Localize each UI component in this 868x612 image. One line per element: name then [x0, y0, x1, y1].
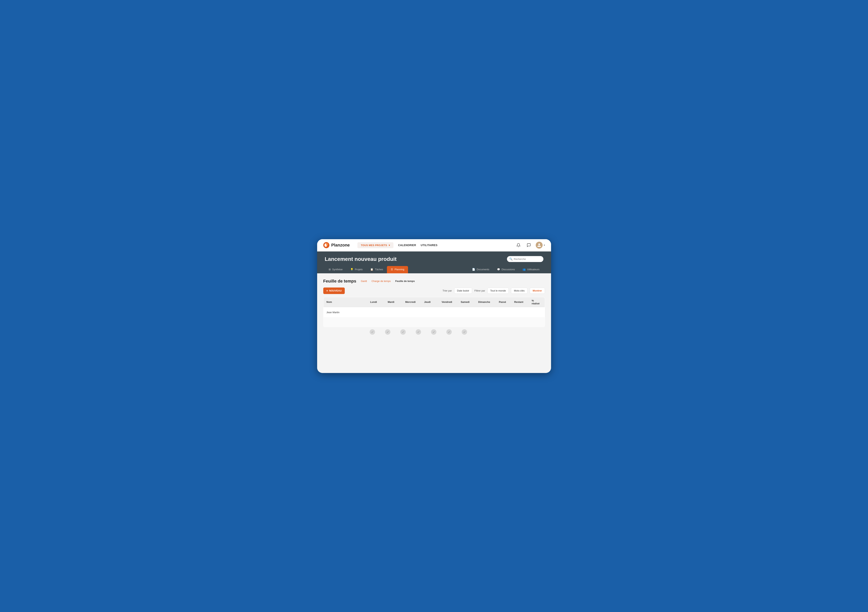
sort-label: Trier par — [443, 289, 452, 292]
search-icon: 🔍 — [509, 257, 513, 260]
nav-calendar-link[interactable]: CALENDRIER — [398, 243, 416, 247]
avatar — [536, 242, 542, 249]
col-header-nom: Nom — [323, 297, 367, 307]
logo-text: Planzone — [331, 243, 350, 248]
messages-button[interactable] — [525, 242, 532, 249]
svg-point-2 — [326, 243, 328, 246]
avatar-chevron-icon: ▾ — [544, 244, 545, 246]
col-header-passe: Passé — [496, 297, 511, 307]
col-header-mercredi: Mercredi — [402, 297, 421, 307]
col-header-samedi: Samedi — [458, 297, 475, 307]
toolbar: + NOUVEAU Trier par Date butoir Filtrer … — [323, 288, 545, 294]
view-tab-feuille[interactable]: Feuille de temps — [395, 280, 415, 282]
notifications-button[interactable] — [515, 242, 522, 249]
view-tab-charge[interactable]: Charge de temps — [372, 280, 391, 282]
table-header-row: Nom Lundi Mardi Mercredi Jeudi Vendredi … — [323, 297, 545, 307]
view-tab-gantt[interactable]: Gantt — [361, 280, 367, 282]
section-title: Feuille de temps — [323, 279, 356, 284]
table-empty-row — [323, 318, 545, 327]
section-header: Feuille de temps Gantt Charge de temps F… — [323, 279, 545, 284]
tab-projets[interactable]: 💡 Projets — [346, 266, 366, 273]
row-vendredi — [439, 307, 457, 318]
check-mardi[interactable] — [380, 329, 395, 335]
users-icon: 👥 — [522, 268, 525, 271]
projects-dropdown-button[interactable]: TOUS MES PROJETS ▾ — [357, 242, 394, 248]
empty-cell — [323, 318, 496, 327]
tab-documents[interactable]: 📄 Documents — [468, 266, 493, 273]
row-restant — [511, 307, 529, 318]
row-jeudi — [421, 307, 439, 318]
empty-cell-right — [496, 318, 545, 327]
logo[interactable]: Planzone — [323, 242, 350, 248]
main-content: Feuille de temps Gantt Charge de temps F… — [317, 273, 551, 373]
row-passe — [496, 307, 511, 318]
tab-taches[interactable]: 📋 Tâches — [366, 266, 387, 273]
row-dimanche — [475, 307, 496, 318]
clipboard-icon: 📋 — [370, 268, 373, 271]
tab-planning[interactable]: ☰ Planning — [387, 266, 408, 273]
sort-dropdown[interactable]: Date butoir — [454, 288, 472, 294]
project-header: Lancement nouveau produit 🔍 ⊞ Synthèse 💡… — [317, 251, 551, 273]
filter-dropdown[interactable]: Tout le monde — [487, 288, 509, 294]
row-mardi — [384, 307, 402, 318]
check-mercredi[interactable] — [395, 329, 411, 335]
grid-icon: ⊞ — [329, 268, 331, 271]
chevron-down-icon: ▾ — [389, 244, 390, 247]
planzone-logo-icon — [323, 242, 329, 248]
tab-synthese[interactable]: ⊞ Synthèse — [325, 266, 346, 273]
row-samedi — [458, 307, 475, 318]
col-header-mardi: Mardi — [384, 297, 402, 307]
doc-icon: 📄 — [472, 268, 475, 271]
check-vendredi[interactable] — [426, 329, 442, 335]
tab-discussions[interactable]: 💬 Discussions — [493, 266, 519, 273]
check-lundi[interactable] — [365, 329, 380, 335]
top-navigation: Planzone TOUS MES PROJETS ▾ CALENDRIER U… — [317, 239, 551, 251]
check-jeudi[interactable] — [411, 329, 426, 335]
nav-utilities-link[interactable]: UTILITAIRES — [421, 243, 437, 247]
check-samedi[interactable] — [442, 329, 457, 335]
project-tabs: ⊞ Synthèse 💡 Projets 📋 Tâches ☰ Planning… — [325, 266, 543, 273]
filter-label: Filtrer par — [474, 289, 485, 292]
project-title: Lancement nouveau produit — [325, 256, 397, 262]
keywords-dropdown[interactable]: Mots-clés — [511, 288, 527, 294]
col-header-jeudi: Jeudi — [421, 297, 439, 307]
search-box: 🔍 — [507, 256, 543, 262]
list-icon: ☰ — [391, 268, 393, 271]
check-icons-row — [323, 328, 545, 336]
tab-utilisateurs[interactable]: 👥 Utilisateurs — [519, 266, 543, 273]
row-lundi — [367, 307, 384, 318]
row-mercredi — [402, 307, 421, 318]
show-button[interactable]: Montrer — [530, 288, 545, 294]
plus-icon: + — [326, 289, 328, 293]
new-button[interactable]: + NOUVEAU — [323, 288, 345, 294]
nav-icons-group: ▾ — [515, 242, 545, 249]
row-realise — [529, 307, 545, 318]
row-name: Jean Martin — [323, 307, 367, 318]
table-row: Jean Martin — [323, 307, 545, 318]
col-header-dimanche: Dimanche — [475, 297, 496, 307]
col-header-realise: % réalisé — [529, 297, 545, 307]
user-avatar-button[interactable]: ▾ — [536, 242, 545, 249]
chat-icon: 💬 — [497, 268, 500, 271]
col-header-vendredi: Vendredi — [439, 297, 457, 307]
lightbulb-icon: 💡 — [350, 268, 353, 271]
check-dimanche[interactable] — [457, 329, 472, 335]
timesheet-table: Nom Lundi Mardi Mercredi Jeudi Vendredi … — [323, 297, 545, 327]
col-header-restant: Restant — [511, 297, 529, 307]
col-header-lundi: Lundi — [367, 297, 384, 307]
